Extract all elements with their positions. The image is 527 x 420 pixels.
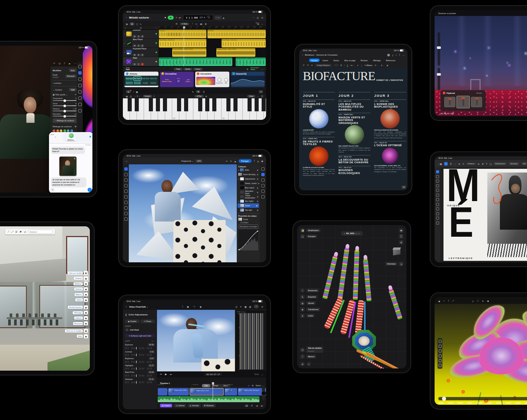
sidebar-button-row[interactable]: Infos sur le modèle ▣ bbox=[65, 329, 88, 333]
sidebar-icon[interactable]: ▣ bbox=[84, 292, 88, 296]
minimize-icon[interactable]: ⊖ bbox=[261, 16, 263, 19]
arrange-area[interactable]: Drummer Drummer Bass Player - Indie Disc… bbox=[158, 29, 266, 66]
open-icon[interactable]: ⧉ bbox=[15, 230, 17, 233]
undo-icon[interactable]: ↶ bbox=[226, 160, 228, 163]
skip-back-icon[interactable]: ⏮ bbox=[160, 373, 162, 376]
adjust-slider[interactable]: Black Point15.44 bbox=[123, 370, 157, 377]
measure-icon[interactable]: ⟟ bbox=[300, 354, 305, 359]
drag-on-image-button[interactable]: Faire glisser sur l'image bbox=[238, 224, 258, 229]
plugin-chromaglow[interactable]: ChromaGlow ModelModern Tube Drive StyleC… bbox=[160, 72, 194, 87]
slider[interactable]: Température0 bbox=[53, 98, 76, 101]
select-tool-icon[interactable] bbox=[436, 170, 439, 173]
eyedropper-icon[interactable]: ✑ bbox=[75, 93, 76, 96]
notifications-icon[interactable]: ◎ bbox=[24, 230, 26, 233]
ribbon-tab[interactable]: Accueil bbox=[309, 59, 320, 62]
home-icon[interactable]: ⌂ bbox=[126, 160, 127, 162]
redo-icon[interactable]: ↷ bbox=[230, 160, 232, 163]
preset-tile[interactable]: Epic Synth bbox=[134, 76, 141, 81]
document-title[interactable]: Fragmenté ⌄ bbox=[181, 160, 194, 162]
collapse-icon[interactable]: ⊖ bbox=[358, 232, 360, 234]
profile-select[interactable]: ▦ Telle quelle ⌄ bbox=[53, 93, 68, 96]
app-icon[interactable] bbox=[444, 162, 448, 165]
sidebar-icon[interactable]: ▣ bbox=[84, 316, 88, 320]
detach-icon[interactable]: ⎆ bbox=[251, 404, 253, 407]
back-icon[interactable]: ‹ bbox=[126, 16, 127, 19]
tool-mode-button[interactable]: ✎ Note bbox=[180, 23, 189, 25]
sidebar-icon[interactable]: ▣ bbox=[84, 334, 88, 338]
brush-opacity-slider[interactable] bbox=[438, 68, 440, 90]
sustain-button[interactable]: Sustain bbox=[143, 95, 152, 98]
eyedropper-tool-icon[interactable] bbox=[124, 217, 128, 221]
slider-knob[interactable] bbox=[63, 105, 66, 107]
preset-tile[interactable]: Minimal Arp bbox=[134, 81, 141, 85]
color-dot[interactable] bbox=[71, 129, 73, 132]
home-icon[interactable]: ⌂ bbox=[344, 232, 345, 234]
lumiere-section[interactable]: › Lumière bbox=[53, 82, 61, 84]
contact-name[interactable]: Edwina › bbox=[66, 138, 76, 141]
render-viewport[interactable] bbox=[435, 304, 527, 405]
versions-icon[interactable] bbox=[78, 103, 82, 106]
objet-button[interactable]: Obj bbox=[521, 162, 527, 165]
ribbon-tab[interactable]: Références bbox=[384, 59, 398, 62]
sidebar-button-row[interactable]: Styles ▣ bbox=[65, 298, 88, 302]
inspect-button[interactable]: ▤ Inspect bbox=[160, 404, 172, 407]
layer-row[interactable]: Noise blending◉ bbox=[237, 172, 260, 177]
ps-canvas[interactable] bbox=[129, 164, 237, 262]
lasso-tool-icon[interactable] bbox=[124, 178, 128, 182]
shape-tool-icon[interactable] bbox=[124, 206, 128, 210]
region[interactable]: Keyboard Player - Block Chords bbox=[216, 48, 255, 57]
present-icon[interactable]: ▯ bbox=[392, 54, 393, 56]
text-style-button[interactable]: aA ⌄ bbox=[350, 64, 354, 66]
enhance-button[interactable]: ✦ Enhance Light and Color bbox=[125, 334, 155, 338]
back-icon[interactable]: ‹ bbox=[302, 53, 303, 57]
quantize-icon[interactable]: ⧓ bbox=[200, 23, 202, 25]
decay-knob[interactable] bbox=[217, 78, 222, 82]
zoom-level[interactable]: 26% bbox=[196, 160, 202, 163]
editor-button[interactable]: ✎ Éditeur bbox=[364, 64, 372, 66]
region[interactable]: Drummer bbox=[207, 30, 266, 38]
audio-track[interactable] bbox=[158, 396, 259, 402]
settings-icon[interactable]: ✱ bbox=[196, 90, 200, 93]
melange-button[interactable]: ◔ Mélange de couleurs bbox=[53, 118, 76, 123]
sidebar-button-row[interactable]: Matières ▣ bbox=[65, 282, 88, 286]
material-tool-icon[interactable] bbox=[439, 359, 442, 362]
light-section-icons[interactable]: ✦ ⌄ bbox=[151, 340, 155, 342]
automation-mode[interactable]: AutomationRead ⌄ bbox=[251, 67, 259, 71]
font-select[interactable]: Antipol Medium bbox=[315, 64, 331, 67]
more-icon[interactable]: ⋯ bbox=[261, 373, 263, 376]
count-in-icon[interactable]: 1234 bbox=[215, 16, 221, 19]
history-panel-icon[interactable] bbox=[261, 195, 265, 198]
document-page[interactable]: BIOFACTURE SOMMET DE L'INNOVATION JOUR 1… bbox=[299, 68, 407, 190]
camera-tool-icon[interactable] bbox=[439, 340, 442, 343]
parcourir-button[interactable]: Parcourir bbox=[65, 75, 76, 78]
eye-icon[interactable]: ◉ bbox=[257, 209, 258, 211]
play-button[interactable]: ▶ bbox=[168, 16, 174, 20]
properties-panel-icon[interactable] bbox=[261, 173, 265, 176]
viewer[interactable] bbox=[157, 310, 235, 371]
record-voiceover-icon[interactable]: ◉ bbox=[200, 305, 202, 308]
preset-tile[interactable]: Metallic Swell bbox=[141, 76, 149, 81]
facetime-icon[interactable]: ▣ bbox=[89, 135, 91, 138]
preset-tile[interactable]: Motion Pad bbox=[150, 76, 157, 81]
split-icon[interactable]: ✂ bbox=[196, 23, 197, 25]
align-icon[interactable]: ≡ bbox=[486, 163, 487, 165]
disable-button[interactable]: ◉ Disable bbox=[125, 319, 140, 323]
keyboard-icon[interactable]: ▤ bbox=[126, 90, 131, 93]
help-icon[interactable]: ◎ bbox=[257, 160, 259, 163]
slider-knob[interactable] bbox=[63, 99, 66, 102]
play-button[interactable]: ▶ bbox=[165, 373, 167, 376]
search-icon[interactable]: ⌕ bbox=[300, 288, 305, 293]
preset-tile[interactable]: Dark Arp bbox=[141, 81, 149, 85]
back-chevron-icon[interactable]: ‹ bbox=[55, 135, 56, 139]
timer-icon[interactable]: ◷ bbox=[235, 305, 237, 308]
mic-icon[interactable]: ᛫|᛫ bbox=[193, 305, 196, 308]
timeline-zoom-slider[interactable] bbox=[262, 385, 265, 400]
text-tool-icon[interactable] bbox=[436, 207, 439, 210]
editor-view-icon[interactable]: ▥ bbox=[130, 22, 135, 26]
pencil-icon[interactable]: ✎ bbox=[246, 68, 248, 70]
pattern-icon[interactable]: ▦ bbox=[136, 91, 138, 93]
collaboration-icon[interactable] bbox=[387, 54, 390, 56]
sidebar-button-row[interactable]: Balises ▣ bbox=[65, 292, 88, 296]
adjust-slider[interactable]: Contrast4.41 bbox=[123, 349, 157, 356]
export-icon[interactable]: ⤴ bbox=[448, 300, 449, 302]
